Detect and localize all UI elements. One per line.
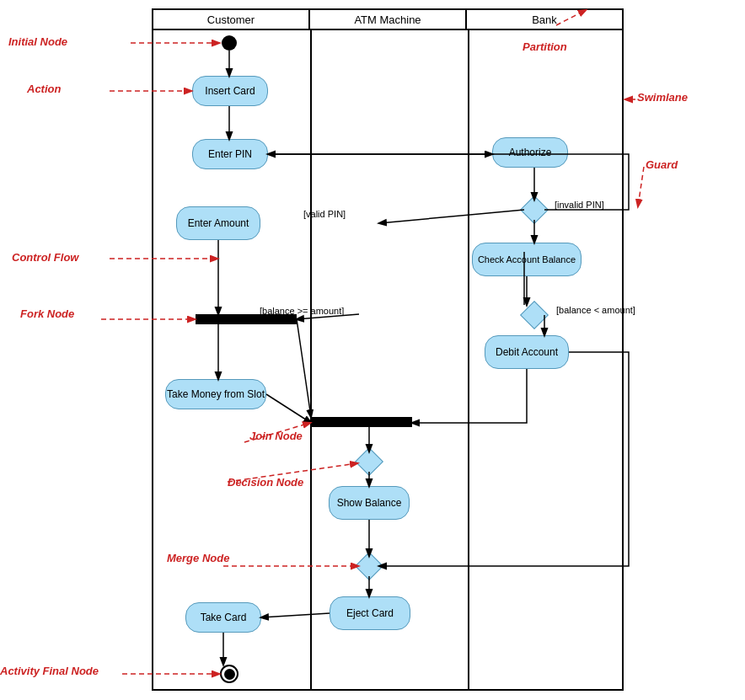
divider-2 — [468, 30, 469, 689]
enter-amount-node: Enter Amount — [176, 206, 260, 240]
final-node-inner — [224, 669, 235, 680]
debit-account-node: Debit Account — [485, 335, 569, 369]
label-decision-node: Decision Node — [228, 476, 303, 489]
insert-card-node: Insert Card — [192, 76, 268, 106]
svg-line-27 — [638, 167, 644, 206]
guard-valid-pin: [valid PIN] — [303, 209, 346, 219]
guard-balance-lt: [balance < amount] — [556, 305, 635, 315]
label-partition: Partition — [523, 40, 567, 53]
enter-pin-node: Enter PIN — [192, 139, 268, 169]
label-control-flow: Control Flow — [12, 251, 78, 264]
header-bank: Bank — [467, 10, 622, 29]
label-merge-node: Merge Node — [167, 552, 229, 564]
label-activity-final: Activity Final Node — [0, 665, 99, 677]
check-balance-node: Check Account Balance — [472, 243, 582, 276]
join-bar — [311, 417, 412, 427]
header-atm: ATM Machine — [310, 10, 467, 29]
guard-invalid-pin: [invalid PIN] — [555, 200, 604, 210]
divider-1 — [310, 30, 312, 689]
diagram-container: Customer ATM Machine Bank Insert Card En… — [0, 0, 745, 700]
swimlane-header: Customer ATM Machine Bank — [153, 10, 622, 30]
label-join-node: Join Node — [249, 430, 303, 442]
authorize-node: Authorize — [492, 137, 568, 168]
label-fork-node: Fork Node — [20, 307, 74, 320]
show-balance-node: Show Balance — [329, 486, 410, 520]
label-initial-node: Initial Node — [8, 35, 67, 48]
take-money-node: Take Money from Slot — [165, 379, 266, 409]
label-action: Action — [27, 83, 61, 95]
take-card-node: Take Card — [185, 602, 261, 633]
final-node — [220, 665, 239, 683]
guard-balance-gte: [balance >= amount] — [260, 306, 344, 316]
initial-node — [222, 35, 237, 51]
label-guard: Guard — [646, 158, 678, 171]
eject-card-node: Eject Card — [330, 596, 410, 630]
label-swimlane: Swimlane — [637, 91, 688, 104]
header-customer: Customer — [153, 10, 310, 29]
